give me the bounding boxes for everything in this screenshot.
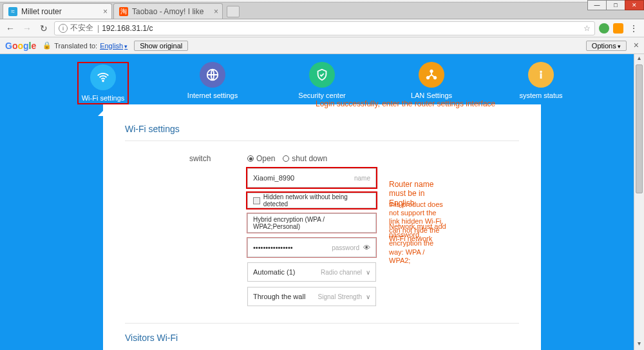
settings-card: Login successfully, enter the router set… (103, 104, 541, 350)
svg-rect-6 (540, 73, 542, 78)
vertical-scrollbar[interactable]: ▴ ▾ (634, 54, 644, 350)
scrollbar-thumb[interactable] (636, 64, 643, 193)
radio-channel-select[interactable]: Automatic (1) Radio channel ∨ (247, 262, 376, 282)
signal-strength-select[interactable]: Through the wall Signal Strength ∨ (247, 287, 376, 306)
browser-toolbar: ← → ↻ i 不安全 | 192.168.31.1/c ☆ ⋮ (0, 19, 644, 37)
window-maximize-button[interactable]: □ (606, 0, 625, 10)
eye-icon[interactable]: 👁 (363, 244, 370, 251)
window-minimize-button[interactable]: — (587, 0, 607, 10)
tab-title: Millet router (21, 7, 62, 16)
annotation-encryption: Network must add password, encryption th… (389, 222, 447, 265)
translate-bar: Google 🔒 Translated to: English Show ori… (0, 37, 644, 54)
nav-label: system status (519, 92, 562, 99)
browser-tab-active[interactable]: ≈ Millet router × (3, 3, 112, 19)
globe-icon (200, 62, 225, 88)
switch-label: switch (189, 154, 247, 163)
annotation-login: Login successfully, enter the router set… (316, 99, 495, 108)
nav-internet-settings[interactable]: Internet settings (187, 62, 238, 104)
nav-lan-settings[interactable]: LAN Settings (406, 62, 457, 104)
chevron-down-icon: ∨ (366, 293, 370, 300)
tab-favicon: 淘 (119, 7, 128, 16)
tab-title: Taobao - Amoy! I like (132, 7, 204, 16)
password-value: •••••••••••••••• (253, 244, 293, 251)
reload-button[interactable]: ↻ (37, 22, 50, 35)
card-title: Wi-Fi settings (125, 124, 519, 141)
tab-close-icon[interactable]: × (214, 7, 218, 16)
signal-strength-value: Through the wall (253, 293, 305, 300)
tab-favicon: ≈ (8, 7, 17, 16)
wifi-name-input[interactable]: Xiaomi_8990 name (247, 168, 376, 188)
svg-point-2 (430, 70, 433, 73)
password-input[interactable]: •••••••••••••••• password 👁 (247, 238, 376, 257)
hidden-network-checkbox-row[interactable]: Hidden network without being detected (247, 193, 376, 208)
field-suffix-label: name (354, 175, 370, 182)
address-bar[interactable]: i 不安全 | 192.168.31.1/c ☆ (54, 21, 595, 35)
radio-channel-value: Automatic (1) (253, 268, 295, 276)
scroll-down-button[interactable]: ▾ (634, 340, 644, 350)
insecure-label: 不安全 (70, 23, 93, 34)
back-button[interactable]: ← (4, 22, 17, 35)
wifi-name-value: Xiaomi_8990 (253, 174, 294, 182)
field-suffix-label: Radio channel (321, 269, 362, 276)
field-suffix-label: password (332, 244, 359, 251)
google-logo: Google (5, 41, 36, 51)
forward-button[interactable]: → (21, 22, 33, 35)
nav-label: Security center (298, 92, 345, 99)
bookmark-star-icon[interactable]: ☆ (583, 24, 591, 33)
field-suffix-label: Signal Strength (318, 293, 362, 300)
encryption-select[interactable]: Hybrid encryption (WPA / WPA2;Personal) (247, 213, 376, 233)
browser-tabstrip: ≈ Millet router × 淘 Taobao - Amoy! I lik… (0, 3, 644, 19)
site-info-icon[interactable]: i (59, 24, 68, 33)
hidden-network-label: Hidden network without being detected (263, 193, 370, 208)
translate-options-dropdown[interactable]: Options (586, 41, 627, 51)
wifi-icon (90, 64, 116, 90)
translate-close-icon[interactable]: × (634, 40, 639, 50)
nav-system-status[interactable]: system status (515, 62, 567, 104)
svg-point-5 (540, 71, 542, 73)
radio-shutdown[interactable]: shut down (283, 154, 327, 163)
info-icon (528, 62, 554, 88)
nav-wifi-settings[interactable]: Wi-Fi settings (77, 62, 129, 104)
encryption-value: Hybrid encryption (WPA / WPA2;Personal) (253, 216, 370, 230)
translated-to-label: Translated to: (54, 42, 97, 50)
visitors-wifi-title: Visitors Wi-Fi (125, 333, 519, 349)
network-icon (419, 62, 444, 88)
shield-icon (309, 62, 335, 88)
tab-close-icon[interactable]: × (103, 7, 108, 16)
nav-security-center[interactable]: Security center (296, 62, 348, 104)
browser-tab-inactive[interactable]: 淘 Taobao - Amoy! I like × (113, 3, 223, 19)
router-top-nav: Wi-Fi settings Internet settings Securit… (0, 54, 644, 104)
new-tab-button[interactable] (227, 6, 240, 17)
show-original-button[interactable]: Show original (134, 41, 188, 51)
page-content: Wi-Fi settings Internet settings Securit… (0, 54, 644, 350)
url-text: 192.168.31.1/c (102, 24, 153, 33)
chevron-down-icon: ∨ (366, 269, 370, 276)
lock-icon: 🔒 (43, 41, 52, 50)
window-close-button[interactable]: ✕ (625, 0, 644, 10)
nav-label: Internet settings (187, 92, 238, 99)
nav-label: Wi-Fi settings (82, 94, 125, 102)
extension-icon[interactable] (613, 23, 623, 34)
scroll-up-button[interactable]: ▴ (634, 54, 644, 64)
checkbox-icon[interactable] (253, 197, 260, 204)
svg-point-0 (102, 80, 104, 82)
translate-language-dropdown[interactable]: English (100, 42, 128, 50)
browser-menu-button[interactable]: ⋮ (627, 22, 640, 35)
nav-label: LAN Settings (411, 92, 452, 99)
extension-icon[interactable] (599, 23, 609, 34)
radio-open[interactable]: Open (247, 154, 275, 163)
